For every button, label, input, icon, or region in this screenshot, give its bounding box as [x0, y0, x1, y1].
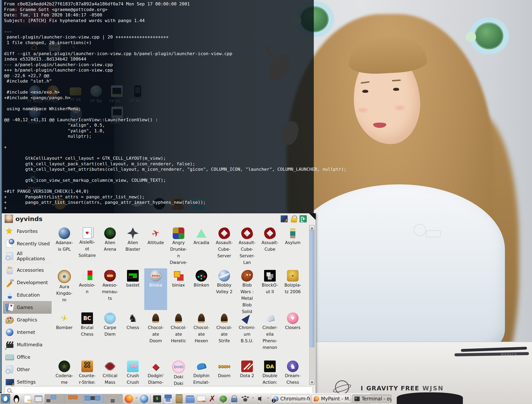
file-cabinet-launcher[interactable]	[174, 394, 184, 404]
window-button[interactable]: Terminal - oy...	[352, 395, 392, 403]
app-item[interactable]: Chromi-umB.S.U.	[236, 311, 259, 344]
sidebar-item-internet[interactable]: Internet	[3, 326, 51, 339]
wallpaper-eye	[393, 88, 399, 91]
grid-scrollbar[interactable]: ▲ ▼	[309, 225, 315, 385]
app-item[interactable]: biniax	[167, 268, 190, 289]
volume-control[interactable]	[256, 394, 265, 404]
app-item[interactable]: DolphinEmulat-	[190, 359, 213, 385]
app-item[interactable]: Assualt-Cube	[259, 226, 281, 253]
app-item[interactable]: Adanax-is GPL	[53, 226, 76, 253]
mail-launcher[interactable]	[196, 394, 206, 404]
file-manager-launcher[interactable]	[185, 394, 195, 404]
app-item[interactable]: Biloba	[144, 268, 167, 310]
app-item[interactable]: Dodgin'Diamo-nd 2	[144, 359, 167, 385]
app-item[interactable]: DokiDokiLiterat-	[167, 359, 190, 385]
app-item[interactable]: AlienArena	[99, 226, 121, 253]
sidebar-item-development[interactable]: Development	[3, 276, 51, 289]
app-item[interactable]: Dota 2	[236, 359, 259, 379]
app-item[interactable]: CrushCrush	[121, 359, 144, 385]
window-button[interactable]: Chromium-fr...	[271, 395, 310, 403]
window-button[interactable]: MyPaint - M...	[312, 395, 351, 403]
log-out-icon[interactable]	[300, 215, 307, 222]
password-safe-launcher[interactable]	[229, 394, 239, 404]
multimedia-launcher[interactable]	[207, 394, 217, 404]
firefox-launcher[interactable]	[124, 394, 134, 404]
scroll-down-icon[interactable]: ▼	[309, 379, 315, 385]
scroll-up-icon[interactable]: ▲	[309, 225, 315, 230]
pager-workspace-2[interactable]	[64, 394, 84, 403]
app-item[interactable]: Aweso-menau-ts	[99, 268, 121, 302]
app-item[interactable]: BrutalChess	[76, 311, 99, 338]
app-item[interactable]: Chess	[121, 311, 144, 331]
caret-up-icon[interactable]: ^	[252, 397, 254, 401]
sidebar-item-favorites[interactable]: Favorites	[3, 225, 51, 238]
app-item[interactable]: bastet	[121, 268, 144, 289]
nature-app-launcher[interactable]	[218, 394, 228, 404]
app-item[interactable]: Chocol-ateStrife	[213, 311, 236, 344]
app-item[interactable]: AngryDrunke-nDwarve-	[167, 226, 190, 266]
app-item[interactable]: Counte-r-Strike:Global	[76, 359, 99, 385]
app-item[interactable]: Codena-meCURE	[53, 359, 76, 385]
sidebar-item-education[interactable]: Education	[3, 289, 51, 301]
paw-app-launcher[interactable]	[241, 394, 250, 404]
web-browser-launcher[interactable]	[139, 394, 149, 404]
caret-up-icon[interactable]: ^	[135, 397, 138, 401]
app-item[interactable]: Cinder-ellaPheno-menon	[259, 311, 281, 351]
clapper-body	[6, 344, 13, 348]
app-item-label: DokiDokiLiterat-	[167, 374, 190, 385]
scrollbar-thumb[interactable]	[310, 230, 314, 347]
sidebar-item-games[interactable]: Games	[3, 301, 51, 314]
app-item[interactable]: BlockO-ut II	[259, 268, 281, 295]
terminal-launcher[interactable]	[152, 394, 162, 404]
app-item[interactable]: CriticalMass	[99, 359, 121, 385]
app-item[interactable]: Doom	[213, 359, 236, 379]
pager-workspace-4[interactable]	[103, 394, 122, 403]
sidebar-item-accessories[interactable]: Accessories	[3, 264, 51, 276]
caret-up-icon[interactable]: ^	[267, 397, 270, 401]
sidebar-item-all-applications[interactable]: All Applications	[3, 250, 51, 262]
workspace-pager[interactable]	[45, 394, 123, 404]
tux-launcher[interactable]	[12, 394, 21, 404]
app-item[interactable]: AisleRi-otSolitaire	[76, 226, 99, 259]
sidebar-item-other[interactable]: Other	[3, 363, 51, 376]
sidebar-item-recently-used[interactable]: Recently Used	[3, 238, 51, 250]
app-item[interactable]: Chocol-ateHexen	[190, 311, 213, 344]
app-item[interactable]: AuraKingdo-m	[53, 268, 76, 303]
avatar[interactable]	[5, 215, 13, 223]
app-item-label: Chocol-ateStrife	[213, 324, 236, 344]
app-item[interactable]: BlobbyVolley 2	[213, 268, 236, 295]
app-item[interactable]: Chocol-ateHeretic	[167, 311, 190, 344]
sidebar-item-graphics[interactable]: Graphics	[3, 314, 51, 326]
whisker-menu-button[interactable]	[0, 394, 10, 404]
app-item[interactable]: Dream-Chess	[281, 359, 304, 385]
app-item[interactable]: DoubleAction:	[259, 359, 281, 385]
app-item[interactable]: Blinken	[190, 268, 213, 289]
bolz-icon	[287, 270, 298, 282]
app-item[interactable]: Chocol-ateDoom	[144, 311, 167, 344]
text-editor-launcher[interactable]	[23, 394, 32, 404]
sidebar-item-office[interactable]: Office	[3, 351, 51, 363]
app-item[interactable]: AlienBlaster	[121, 226, 144, 253]
lock-screen-icon[interactable]	[290, 215, 297, 222]
pager-mini-window	[51, 395, 56, 399]
pager-workspace-3[interactable]	[84, 394, 103, 403]
app-item[interactable]: CarpeDiem	[99, 311, 121, 338]
app-item[interactable]: Arcadia	[190, 226, 213, 246]
pager-workspace-1[interactable]	[45, 394, 64, 403]
app-item[interactable]: BlobWars :MetalBlobSolid	[236, 268, 259, 315]
app-item-label: AngryDrunke-nDwarve-	[167, 240, 190, 266]
app-item[interactable]: Bolzpla-tz 2006	[281, 268, 304, 295]
app-item[interactable]: Closers	[281, 311, 304, 331]
app-item[interactable]: Asylum	[281, 226, 304, 246]
show-desktop-button[interactable]	[34, 394, 43, 404]
app-item[interactable]: Assault-Cube-Server	[213, 226, 236, 259]
sidebar-item-multimedia[interactable]: Multimedia	[3, 339, 51, 351]
settings-manager-icon[interactable]	[280, 215, 288, 223]
app-item[interactable]: Bomber	[53, 311, 76, 331]
app-item[interactable]: Altitude	[144, 226, 167, 246]
app-item[interactable]: Avoisio-n	[76, 268, 99, 295]
app-item-label: BlobbyVolley 2	[213, 282, 236, 295]
app-item[interactable]: Assault-Cube-Server-Lan	[236, 226, 259, 266]
calculator-launcher[interactable]	[163, 394, 173, 404]
dota-icon	[241, 360, 253, 372]
